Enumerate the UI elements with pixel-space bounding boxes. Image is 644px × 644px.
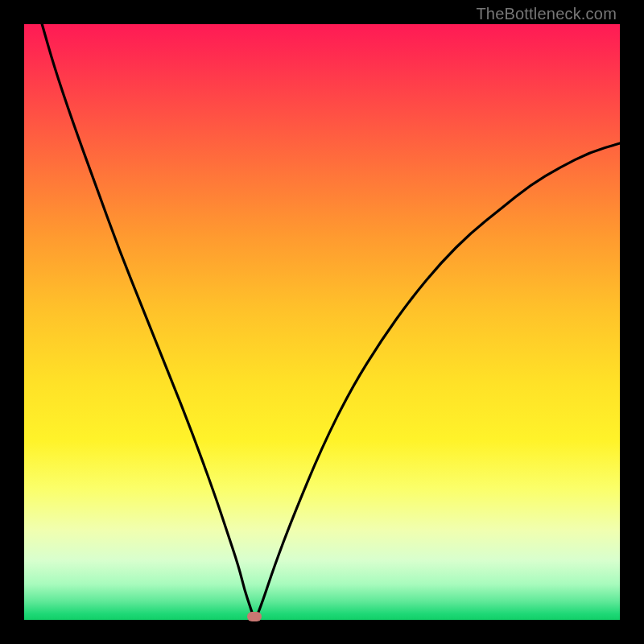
chart-frame: TheBottleneck.com: [0, 0, 644, 644]
watermark-text: TheBottleneck.com: [476, 5, 617, 23]
bottleneck-curve: [42, 24, 620, 617]
optimal-point-marker: [247, 612, 262, 621]
curve-svg: [24, 24, 620, 620]
plot-area: [24, 24, 620, 620]
